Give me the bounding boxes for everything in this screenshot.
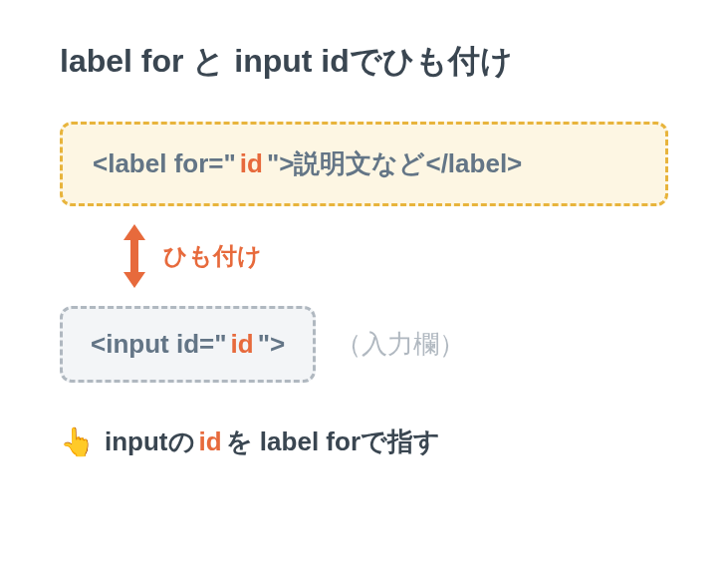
input-placeholder-label: （入力欄） <box>336 327 465 362</box>
diagram-title: label for と input idでひも付け <box>60 40 668 84</box>
label-code-box: <label for=" id "> 説明文など </label> <box>60 122 668 206</box>
label-open-post: "> <box>267 148 295 179</box>
footer-text-2: を label forで指す <box>226 424 440 459</box>
pointing-finger-icon: 👆 <box>60 425 95 458</box>
footer-note: 👆 inputの id を label forで指す <box>60 424 668 459</box>
label-id-highlight: id <box>236 148 267 179</box>
input-id-highlight: id <box>227 329 258 360</box>
label-open-pre: <label for=" <box>93 148 236 179</box>
input-code-box: <input id=" id "> <box>60 306 316 383</box>
input-open-pre: <input id=" <box>91 329 227 360</box>
label-content-text: 説明文など <box>294 146 425 181</box>
footer-text-1: inputの <box>105 424 195 459</box>
input-row: <input id=" id "> （入力欄） <box>60 306 668 383</box>
input-close: "> <box>258 329 286 360</box>
connector-label: ひも付け <box>163 240 262 272</box>
connector-row: ひも付け <box>120 220 668 292</box>
double-arrow-icon <box>120 220 149 292</box>
label-close-tag: </label> <box>425 148 522 179</box>
footer-id-highlight: id <box>195 426 226 457</box>
